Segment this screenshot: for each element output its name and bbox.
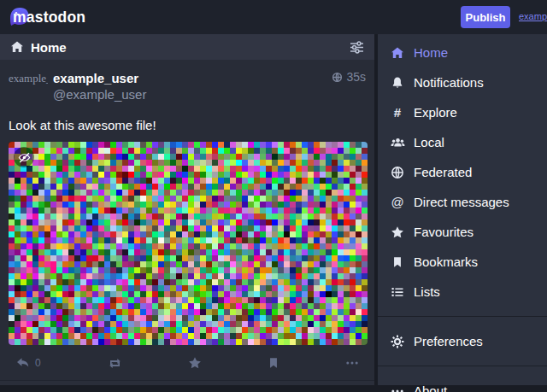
sidebar-item-label: Local — [414, 135, 444, 149]
mastodon-wordmark: mastodon — [13, 9, 85, 26]
avatar[interactable]: example_user — [9, 70, 48, 109]
sidebar-item-label: Bookmarks — [414, 255, 478, 269]
mastodon-logo[interactable]: mastodon — [9, 6, 85, 28]
sidebar-item-label: Explore — [414, 105, 457, 120]
sidebar-item-label: Preferences — [414, 334, 483, 348]
account-names[interactable]: example_user @example_user — [53, 70, 146, 102]
sidebar-item-label: Federated — [414, 165, 472, 179]
sidebar-item-explore[interactable]: #Explore — [378, 97, 547, 127]
sidebar-item-federated[interactable]: Federated — [378, 157, 547, 187]
timeline: example_user example_user @example_user … — [0, 60, 374, 385]
sidebar-item-label: Favourites — [414, 225, 473, 239]
top-bar: mastodon Publish example_user — [0, 0, 547, 34]
sidebar-item-label: Notifications — [414, 75, 484, 90]
sidebar-item-about[interactable]: About — [378, 376, 547, 392]
account-handle: @example_user — [53, 86, 146, 102]
sidebar-item-favourites[interactable]: Favourites — [378, 217, 547, 247]
sidebar-item-label: Direct messages — [414, 195, 509, 209]
status-action-bar: 0 — [9, 353, 366, 373]
sidebar-item-home[interactable]: Home — [378, 38, 547, 67]
load-more-button[interactable]: Load more — [0, 380, 374, 385]
gear-icon — [388, 335, 407, 348]
sidebar-item-bookmarks[interactable]: Bookmarks — [378, 247, 547, 277]
globe-icon — [388, 166, 407, 179]
media-attachment[interactable] — [9, 142, 368, 345]
column-title: Home — [31, 40, 67, 55]
reply-count: 0 — [35, 357, 41, 369]
status-header: example_user example_user @example_user … — [9, 70, 366, 109]
hash-icon: # — [388, 106, 407, 119]
column-header[interactable]: Home — [0, 34, 374, 60]
timestamp: 35s — [346, 70, 366, 84]
status-post: example_user example_user @example_user … — [0, 60, 374, 380]
sidebar-item-notifications[interactable]: Notifications — [378, 67, 547, 97]
display-name: example_user — [53, 70, 146, 86]
home-icon — [10, 40, 24, 54]
account-link[interactable]: example_user — [519, 11, 547, 21]
reply-button[interactable]: 0 — [15, 356, 41, 370]
sidebar-item-label: About — [414, 383, 447, 392]
home-icon — [388, 46, 407, 60]
sidebar-item-local[interactable]: Local — [378, 127, 547, 157]
sidebar-divider — [378, 366, 547, 366]
more-button[interactable] — [345, 356, 359, 370]
sidebar-divider — [378, 316, 547, 317]
bell-icon — [388, 76, 407, 90]
bookmark-button[interactable] — [268, 356, 279, 370]
navigation-sidebar: HomeNotifications#ExploreLocalFederated@… — [378, 34, 547, 385]
at-icon: @ — [388, 196, 407, 208]
home-timeline-column: Home example_user example_user @example_… — [0, 34, 374, 385]
star-icon — [388, 225, 407, 239]
eye-slash-icon — [18, 151, 31, 164]
favourite-button[interactable] — [188, 356, 202, 370]
hide-media-button[interactable] — [14, 147, 34, 167]
bookmark-icon — [268, 356, 279, 370]
main-layout: Home example_user example_user @example_… — [0, 34, 547, 389]
boost-button[interactable] — [107, 357, 123, 370]
globe-icon — [332, 72, 343, 83]
users-icon — [388, 136, 407, 149]
sidebar-item-label: Home — [414, 45, 448, 60]
sidebar-item-preferences[interactable]: Preferences — [378, 326, 547, 356]
sidebar-item-direct-messages[interactable]: @Direct messages — [378, 187, 547, 217]
timestamp-area[interactable]: 35s — [332, 70, 366, 84]
publish-button[interactable]: Publish — [461, 6, 510, 28]
sliders-icon[interactable] — [350, 41, 364, 54]
noise-image — [9, 142, 368, 345]
ellipsis-icon — [345, 356, 359, 370]
sidebar-item-lists[interactable]: Lists — [378, 277, 547, 307]
ellipsis-icon — [388, 384, 407, 392]
reply-icon — [15, 356, 31, 370]
status-text: Look at this awesome file! — [9, 117, 366, 134]
list-icon — [388, 285, 407, 299]
star-icon — [188, 356, 202, 370]
sidebar-item-label: Lists — [414, 284, 440, 299]
boost-icon — [107, 357, 123, 370]
bookmark-icon — [388, 255, 407, 269]
